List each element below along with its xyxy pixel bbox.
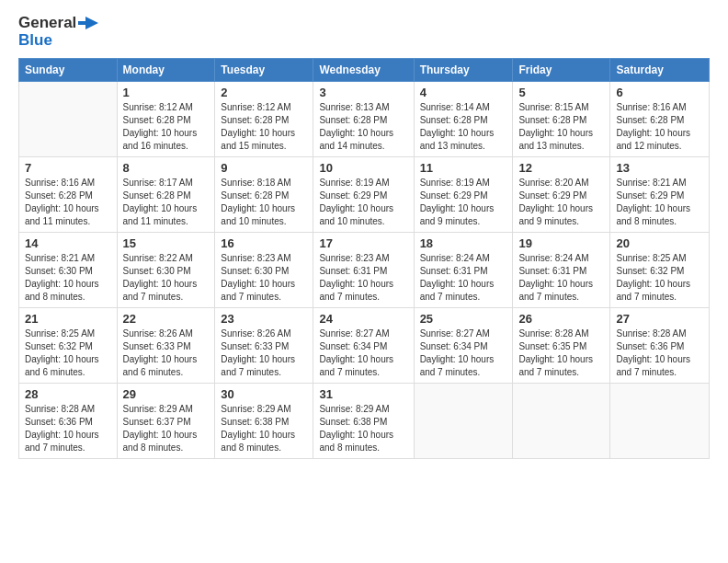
day-info: Sunrise: 8:28 AM Sunset: 6:36 PM Dayligh… — [616, 327, 703, 379]
day-number: 5 — [518, 86, 604, 99]
calendar-cell: 30Sunrise: 8:29 AM Sunset: 6:38 PM Dayli… — [215, 384, 313, 459]
calendar-cell: 6Sunrise: 8:16 AM Sunset: 6:28 PM Daylig… — [610, 82, 710, 157]
week-row-1: 1Sunrise: 8:12 AM Sunset: 6:28 PM Daylig… — [19, 82, 710, 157]
day-info: Sunrise: 8:22 AM Sunset: 6:30 PM Dayligh… — [123, 252, 210, 304]
calendar-cell: 8Sunrise: 8:17 AM Sunset: 6:28 PM Daylig… — [117, 157, 215, 233]
day-info: Sunrise: 8:27 AM Sunset: 6:34 PM Dayligh… — [420, 327, 507, 379]
header-friday: Friday — [513, 59, 610, 82]
calendar-cell: 31Sunrise: 8:29 AM Sunset: 6:38 PM Dayli… — [313, 384, 414, 459]
day-info: Sunrise: 8:12 AM Sunset: 6:28 PM Dayligh… — [123, 101, 210, 153]
calendar-cell: 23Sunrise: 8:26 AM Sunset: 6:33 PM Dayli… — [215, 308, 313, 384]
day-info: Sunrise: 8:24 AM Sunset: 6:31 PM Dayligh… — [518, 252, 604, 304]
day-number: 22 — [123, 312, 210, 326]
day-info: Sunrise: 8:14 AM Sunset: 6:28 PM Dayligh… — [420, 101, 507, 153]
day-number: 17 — [319, 236, 407, 250]
header-wednesday: Wednesday — [313, 59, 414, 82]
day-info: Sunrise: 8:20 AM Sunset: 6:29 PM Dayligh… — [518, 177, 604, 228]
day-number: 27 — [616, 312, 703, 326]
day-info: Sunrise: 8:13 AM Sunset: 6:28 PM Dayligh… — [319, 101, 407, 153]
calendar-cell: 17Sunrise: 8:23 AM Sunset: 6:31 PM Dayli… — [313, 233, 414, 308]
day-info: Sunrise: 8:23 AM Sunset: 6:30 PM Dayligh… — [221, 252, 307, 304]
day-info: Sunrise: 8:25 AM Sunset: 6:32 PM Dayligh… — [25, 327, 111, 379]
day-info: Sunrise: 8:24 AM Sunset: 6:31 PM Dayligh… — [420, 252, 507, 304]
calendar-cell: 11Sunrise: 8:19 AM Sunset: 6:29 PM Dayli… — [414, 157, 513, 233]
day-info: Sunrise: 8:19 AM Sunset: 6:29 PM Dayligh… — [319, 177, 407, 228]
day-number: 25 — [420, 312, 507, 326]
calendar-cell — [19, 82, 118, 157]
calendar-cell — [610, 384, 710, 459]
calendar-cell: 3Sunrise: 8:13 AM Sunset: 6:28 PM Daylig… — [313, 82, 414, 157]
day-number: 9 — [221, 161, 307, 175]
day-number: 7 — [25, 161, 111, 175]
day-number: 28 — [25, 387, 111, 401]
day-info: Sunrise: 8:16 AM Sunset: 6:28 PM Dayligh… — [616, 101, 703, 153]
day-number: 23 — [221, 312, 307, 326]
logo-arrow-icon — [78, 15, 98, 31]
day-number: 1 — [123, 86, 210, 99]
header-monday: Monday — [117, 59, 215, 82]
header-thursday: Thursday — [414, 59, 513, 82]
day-info: Sunrise: 8:21 AM Sunset: 6:30 PM Dayligh… — [25, 252, 111, 304]
day-number: 24 — [319, 312, 407, 326]
day-number: 18 — [420, 236, 507, 250]
logo: General Blue — [18, 15, 98, 49]
day-info: Sunrise: 8:25 AM Sunset: 6:32 PM Dayligh… — [616, 252, 703, 304]
day-number: 19 — [518, 236, 604, 250]
day-number: 4 — [420, 86, 507, 99]
calendar-cell: 25Sunrise: 8:27 AM Sunset: 6:34 PM Dayli… — [414, 308, 513, 384]
day-number: 16 — [221, 236, 307, 250]
calendar-cell: 14Sunrise: 8:21 AM Sunset: 6:30 PM Dayli… — [19, 233, 118, 308]
day-info: Sunrise: 8:29 AM Sunset: 6:38 PM Dayligh… — [319, 403, 407, 454]
calendar-cell: 12Sunrise: 8:20 AM Sunset: 6:29 PM Dayli… — [513, 157, 610, 233]
day-info: Sunrise: 8:27 AM Sunset: 6:34 PM Dayligh… — [319, 327, 407, 379]
calendar-cell: 18Sunrise: 8:24 AM Sunset: 6:31 PM Dayli… — [414, 233, 513, 308]
day-info: Sunrise: 8:19 AM Sunset: 6:29 PM Dayligh… — [420, 177, 507, 228]
header-saturday: Saturday — [610, 59, 710, 82]
day-info: Sunrise: 8:28 AM Sunset: 6:35 PM Dayligh… — [518, 327, 604, 379]
day-info: Sunrise: 8:28 AM Sunset: 6:36 PM Dayligh… — [25, 403, 111, 454]
day-info: Sunrise: 8:21 AM Sunset: 6:29 PM Dayligh… — [616, 177, 703, 228]
calendar-cell: 20Sunrise: 8:25 AM Sunset: 6:32 PM Dayli… — [610, 233, 710, 308]
day-info: Sunrise: 8:26 AM Sunset: 6:33 PM Dayligh… — [221, 327, 307, 379]
svg-marker-0 — [78, 17, 98, 29]
week-row-3: 14Sunrise: 8:21 AM Sunset: 6:30 PM Dayli… — [19, 233, 710, 308]
day-number: 29 — [123, 387, 210, 401]
header-tuesday: Tuesday — [215, 59, 313, 82]
calendar-cell: 21Sunrise: 8:25 AM Sunset: 6:32 PM Dayli… — [19, 308, 118, 384]
calendar-cell: 22Sunrise: 8:26 AM Sunset: 6:33 PM Dayli… — [117, 308, 215, 384]
day-number: 30 — [221, 387, 307, 401]
day-info: Sunrise: 8:29 AM Sunset: 6:38 PM Dayligh… — [221, 403, 307, 454]
day-info: Sunrise: 8:23 AM Sunset: 6:31 PM Dayligh… — [319, 252, 407, 304]
calendar-cell — [414, 384, 513, 459]
day-info: Sunrise: 8:18 AM Sunset: 6:28 PM Dayligh… — [221, 177, 307, 228]
calendar-cell: 9Sunrise: 8:18 AM Sunset: 6:28 PM Daylig… — [215, 157, 313, 233]
day-info: Sunrise: 8:12 AM Sunset: 6:28 PM Dayligh… — [221, 101, 307, 153]
calendar-cell: 7Sunrise: 8:16 AM Sunset: 6:28 PM Daylig… — [19, 157, 118, 233]
header: General Blue — [18, 15, 710, 49]
day-number: 21 — [25, 312, 111, 326]
calendar-cell: 19Sunrise: 8:24 AM Sunset: 6:31 PM Dayli… — [513, 233, 610, 308]
day-info: Sunrise: 8:16 AM Sunset: 6:28 PM Dayligh… — [25, 177, 111, 228]
day-number: 14 — [25, 236, 111, 250]
week-row-5: 28Sunrise: 8:28 AM Sunset: 6:36 PM Dayli… — [19, 384, 710, 459]
day-number: 26 — [518, 312, 604, 326]
calendar-cell: 13Sunrise: 8:21 AM Sunset: 6:29 PM Dayli… — [610, 157, 710, 233]
day-number: 6 — [616, 86, 703, 99]
week-row-4: 21Sunrise: 8:25 AM Sunset: 6:32 PM Dayli… — [19, 308, 710, 384]
calendar-cell: 1Sunrise: 8:12 AM Sunset: 6:28 PM Daylig… — [117, 82, 215, 157]
calendar-cell: 28Sunrise: 8:28 AM Sunset: 6:36 PM Dayli… — [19, 384, 118, 459]
day-number: 10 — [319, 161, 407, 175]
calendar-cell: 26Sunrise: 8:28 AM Sunset: 6:35 PM Dayli… — [513, 308, 610, 384]
day-number: 11 — [420, 161, 507, 175]
calendar-cell: 27Sunrise: 8:28 AM Sunset: 6:36 PM Dayli… — [610, 308, 710, 384]
day-info: Sunrise: 8:15 AM Sunset: 6:28 PM Dayligh… — [518, 101, 604, 153]
calendar-cell: 16Sunrise: 8:23 AM Sunset: 6:30 PM Dayli… — [215, 233, 313, 308]
day-number: 12 — [518, 161, 604, 175]
header-sunday: Sunday — [19, 59, 118, 82]
calendar-cell: 4Sunrise: 8:14 AM Sunset: 6:28 PM Daylig… — [414, 82, 513, 157]
day-info: Sunrise: 8:17 AM Sunset: 6:28 PM Dayligh… — [123, 177, 210, 228]
day-info: Sunrise: 8:26 AM Sunset: 6:33 PM Dayligh… — [123, 327, 210, 379]
calendar-cell: 10Sunrise: 8:19 AM Sunset: 6:29 PM Dayli… — [313, 157, 414, 233]
calendar-cell: 15Sunrise: 8:22 AM Sunset: 6:30 PM Dayli… — [117, 233, 215, 308]
logo-general: General — [18, 15, 76, 32]
